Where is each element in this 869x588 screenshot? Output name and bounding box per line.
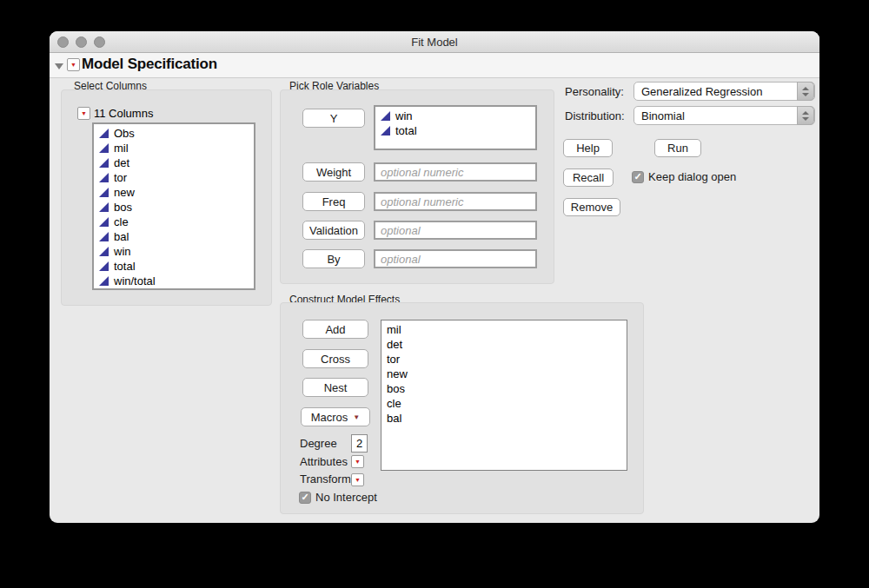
y-variable-item[interactable]: win <box>375 109 535 123</box>
distribution-value: Binomial <box>641 109 685 122</box>
y-variable-name: total <box>395 124 417 137</box>
columns-red-triangle-icon[interactable]: ▼ <box>77 107 90 120</box>
degree-label: Degree <box>300 437 337 450</box>
y-variable-item[interactable]: total <box>375 123 535 138</box>
column-list-item[interactable]: new <box>94 185 254 200</box>
window-title: Fit Model <box>50 36 819 49</box>
column-list-item[interactable]: win/total <box>94 274 254 288</box>
column-list-item[interactable]: bos <box>94 200 254 215</box>
validation-role-button[interactable]: Validation <box>302 221 365 240</box>
column-name: det <box>114 156 129 169</box>
nest-button[interactable]: Nest <box>302 378 368 397</box>
freq-field[interactable] <box>374 192 537 211</box>
continuous-variable-icon <box>99 217 109 227</box>
effect-list-item[interactable]: bal <box>381 412 627 426</box>
column-name: new <box>114 186 135 199</box>
column-list-item[interactable]: bal <box>94 229 254 244</box>
transform-label: Transform <box>300 472 351 486</box>
column-name: Obs <box>114 127 135 140</box>
remove-button[interactable]: Remove <box>563 198 620 216</box>
macros-dropdown-arrow-icon: ▼ <box>353 413 360 421</box>
distribution-dropdown[interactable]: Binomial <box>634 106 815 125</box>
attributes-red-triangle-icon[interactable]: ▼ <box>351 455 364 468</box>
personality-dropdown[interactable]: Generalized Regression <box>634 82 815 101</box>
by-role-button[interactable]: By <box>302 249 365 268</box>
transform-red-triangle-icon[interactable]: ▼ <box>351 473 364 486</box>
model-specification-header: ▼ Model Specification <box>50 53 819 78</box>
continuous-variable-icon <box>99 158 109 168</box>
effect-list-item[interactable]: cle <box>381 397 627 412</box>
columns-count-label: 11 Columns <box>94 107 153 120</box>
dropdown-stepper-icon <box>797 82 814 101</box>
model-effects-listbox[interactable]: mil det tor new bos cle bal <box>381 320 627 471</box>
column-list-item[interactable]: win <box>94 244 254 259</box>
effect-list-item[interactable]: new <box>381 367 627 382</box>
column-name: bos <box>114 201 132 214</box>
disclosure-triangle-icon[interactable] <box>55 63 63 69</box>
continuous-variable-icon <box>99 202 109 212</box>
column-list-item[interactable]: det <box>94 155 254 170</box>
title-bar[interactable]: Fit Model <box>50 31 819 53</box>
run-button[interactable]: Run <box>654 139 701 157</box>
effect-list-item[interactable]: bos <box>381 382 627 397</box>
continuous-variable-icon <box>99 129 109 138</box>
continuous-variable-icon <box>99 247 109 256</box>
y-variables-listbox[interactable]: win total <box>374 105 537 150</box>
dropdown-stepper-icon <box>797 106 814 125</box>
column-name: mil <box>114 142 129 155</box>
y-role-button[interactable]: Y <box>302 109 365 128</box>
continuous-variable-icon <box>99 143 109 153</box>
continuous-variable-icon <box>99 276 109 286</box>
continuous-variable-icon <box>99 232 109 241</box>
effect-list-item[interactable]: mil <box>381 323 627 338</box>
column-list-item[interactable]: mil <box>94 141 254 155</box>
attributes-label: Attributes <box>300 455 348 468</box>
column-list-item[interactable]: total <box>94 259 254 274</box>
personality-label: Personality: <box>565 85 624 98</box>
distribution-label: Distribution: <box>565 109 625 122</box>
personality-value: Generalized Regression <box>641 85 762 98</box>
effect-list-item[interactable]: det <box>381 338 627 353</box>
column-list-item[interactable]: cle <box>94 215 254 229</box>
page-title: Model Specification <box>82 56 217 73</box>
column-name: win <box>114 245 131 258</box>
degree-input[interactable]: 2 <box>351 434 368 453</box>
column-name: total <box>114 260 136 273</box>
no-intercept-checkbox[interactable]: ✓ <box>299 492 311 504</box>
no-intercept-label: No Intercept <box>315 491 377 504</box>
column-name: win/total <box>114 274 156 287</box>
keep-dialog-open-checkbox[interactable]: ✓ <box>632 171 644 183</box>
fit-model-window: Fit Model ▼ Model Specification Select C… <box>50 31 819 523</box>
column-name: cle <box>114 215 129 228</box>
weight-field[interactable] <box>374 162 537 182</box>
cross-button[interactable]: Cross <box>302 349 368 368</box>
y-variable-name: win <box>395 109 413 122</box>
help-button[interactable]: Help <box>563 139 613 157</box>
column-list-item[interactable]: Obs <box>94 126 254 141</box>
continuous-variable-icon <box>381 111 390 121</box>
column-name: bal <box>114 230 129 243</box>
continuous-variable-icon <box>99 188 109 197</box>
add-button[interactable]: Add <box>302 320 368 339</box>
weight-role-button[interactable]: Weight <box>302 162 365 182</box>
effect-list-item[interactable]: tor <box>381 353 627 367</box>
recall-button[interactable]: Recall <box>563 168 614 187</box>
freq-role-button[interactable]: Freq <box>302 192 365 211</box>
continuous-variable-icon <box>381 126 390 135</box>
continuous-variable-icon <box>99 261 109 271</box>
red-triangle-menu-icon[interactable]: ▼ <box>67 58 80 71</box>
keep-dialog-open-label: Keep dialog open <box>648 170 736 183</box>
macros-button[interactable]: Macros ▼ <box>301 407 370 426</box>
validation-field[interactable] <box>374 221 537 240</box>
column-name: tor <box>114 171 127 184</box>
macros-label: Macros <box>311 411 348 424</box>
continuous-variable-icon <box>99 173 109 182</box>
column-list-item[interactable]: tor <box>94 170 254 185</box>
by-field[interactable] <box>374 249 537 268</box>
columns-listbox[interactable]: Obs mil det tor new <box>92 122 255 290</box>
